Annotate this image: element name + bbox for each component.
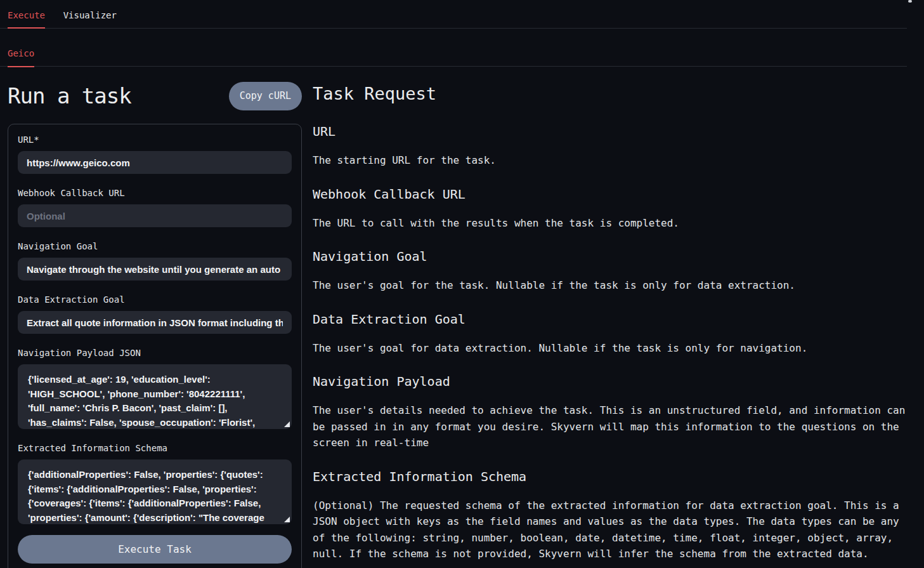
doc-body-webhook: The URL to call with the results when th… [313,215,908,232]
scrollbar-thumb[interactable] [908,0,912,3]
task-request-docs: Task Request URL The starting URL for th… [313,67,908,562]
extracted-schema-textarea[interactable] [18,459,292,524]
main-content: Run a task Copy cURL URL* Webhook Callba… [0,67,924,568]
doc-body-navigation-payload: The user's details needed to achieve the… [313,402,908,451]
doc-heading-navigation-goal: Navigation Goal [313,248,908,265]
webhook-input[interactable] [18,204,292,227]
extracted-schema-wrapper [18,459,292,524]
doc-body-url: The starting URL for the task. [313,152,908,169]
doc-heading-url: URL [313,123,908,140]
top-tab-bar: Execute Visualizer [0,0,907,29]
task-form-card: URL* Webhook Callback URL Navigation Goa… [8,124,302,568]
data-extraction-goal-label: Data Extraction Goal [18,294,292,305]
run-task-header: Run a task Copy cURL [8,77,302,115]
doc-heading-webhook: Webhook Callback URL [313,186,908,202]
run-task-panel: Run a task Copy cURL URL* Webhook Callba… [8,67,302,568]
navigation-goal-label: Navigation Goal [18,241,292,252]
doc-heading-extracted-schema: Extracted Information Schema [313,468,908,485]
doc-body-data-extraction-goal: The user's goal for data extraction. Nul… [313,340,908,357]
tab-execute[interactable]: Execute [8,10,45,28]
sub-tab-bar: Geico [0,29,907,67]
url-input[interactable] [18,151,292,174]
extracted-schema-label: Extracted Information Schema [18,443,292,454]
navigation-goal-input[interactable] [18,258,292,281]
doc-heading-data-extraction-goal: Data Extraction Goal [313,311,908,327]
resize-grip-icon[interactable] [284,517,290,522]
docs-title: Task Request [313,84,908,104]
copy-curl-button[interactable]: Copy cURL [229,82,302,110]
tab-visualizer[interactable]: Visualizer [63,10,117,28]
resize-grip-icon[interactable] [284,421,290,427]
data-extraction-goal-input[interactable] [18,311,292,334]
doc-body-extracted-schema: (Optional) The requested schema of the e… [313,498,908,562]
doc-body-navigation-goal: The user's goal for the task. Nullable i… [313,277,908,294]
execute-task-button[interactable]: Execute Task [18,535,292,564]
navigation-payload-wrapper [18,364,292,429]
navigation-payload-label: Navigation Payload JSON [18,348,292,359]
doc-heading-navigation-payload: Navigation Payload [313,373,908,390]
webhook-label: Webhook Callback URL [18,188,292,199]
tab-geico[interactable]: Geico [8,48,34,67]
navigation-payload-textarea[interactable] [18,364,292,429]
url-label: URL* [18,135,292,145]
page-title: Run a task [8,83,131,109]
